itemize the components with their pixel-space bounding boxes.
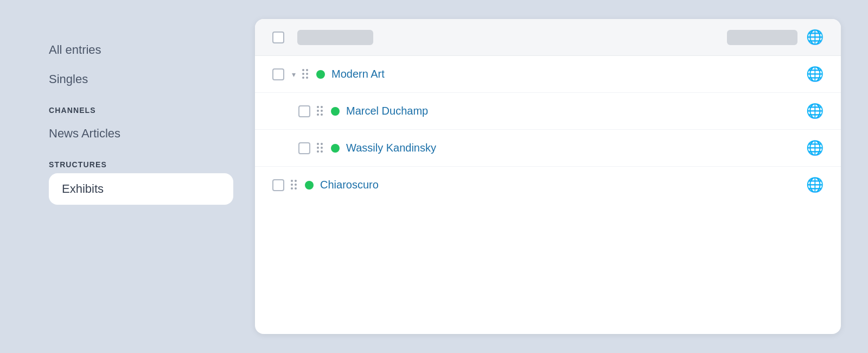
header-placeholder-action [727, 30, 797, 45]
row-checkbox-marcel-duchamp[interactable] [298, 105, 310, 117]
table-row: Wassily Kandinsky 🌐 [255, 130, 841, 167]
row-globe-icon: 🌐 [806, 140, 824, 156]
status-published-dot [331, 144, 340, 153]
entry-title-modern-art[interactable]: Modern Art [331, 68, 800, 80]
sidebar-item-exhibits[interactable]: Exhibits [49, 173, 233, 205]
header-placeholder-title [297, 30, 373, 45]
table-body: ▾ Modern Art 🌐 [255, 56, 841, 334]
select-all-checkbox[interactable] [272, 31, 284, 43]
entry-title-wassily-kandinsky[interactable]: Wassily Kandinsky [346, 142, 800, 154]
table-row: Chiaroscuro 🌐 [255, 167, 841, 203]
main-content-panel: 🌐 ▾ Modern Art 🌐 [255, 19, 841, 334]
sidebar-section-structures: STRUCTURES [49, 148, 233, 173]
row-globe-icon: 🌐 [806, 103, 824, 119]
table-row: ▾ Modern Art 🌐 [255, 56, 841, 93]
sidebar: All entries Singles CHANNELS News Articl… [27, 19, 255, 334]
table-header: 🌐 [255, 19, 841, 56]
row-globe-icon: 🌐 [806, 66, 824, 83]
entry-title-marcel-duchamp[interactable]: Marcel Duchamp [346, 105, 800, 117]
table-row: Marcel Duchamp 🌐 [255, 93, 841, 130]
status-published-dot [305, 181, 314, 190]
sidebar-item-all-entries[interactable]: All entries [49, 35, 233, 65]
status-published-dot [331, 107, 340, 116]
row-checkbox-wassily-kandinsky[interactable] [298, 142, 310, 154]
row-checkbox-chiaroscuro[interactable] [272, 179, 284, 191]
sidebar-item-news-articles[interactable]: News Articles [49, 119, 233, 148]
drag-handle-icon[interactable] [317, 106, 324, 117]
entry-title-chiaroscuro[interactable]: Chiaroscuro [320, 179, 800, 191]
sidebar-section-channels: CHANNELS [49, 94, 233, 119]
drag-handle-icon[interactable] [302, 69, 310, 80]
row-checkbox-modern-art[interactable] [272, 68, 284, 80]
drag-handle-icon[interactable] [317, 143, 324, 154]
sidebar-item-singles[interactable]: Singles [49, 65, 233, 94]
drag-handle-icon[interactable] [291, 180, 298, 191]
status-published-dot [316, 70, 325, 79]
header-globe-icon: 🌐 [806, 29, 824, 46]
chevron-down-icon[interactable]: ▾ [292, 70, 296, 79]
row-globe-icon: 🌐 [806, 177, 824, 193]
